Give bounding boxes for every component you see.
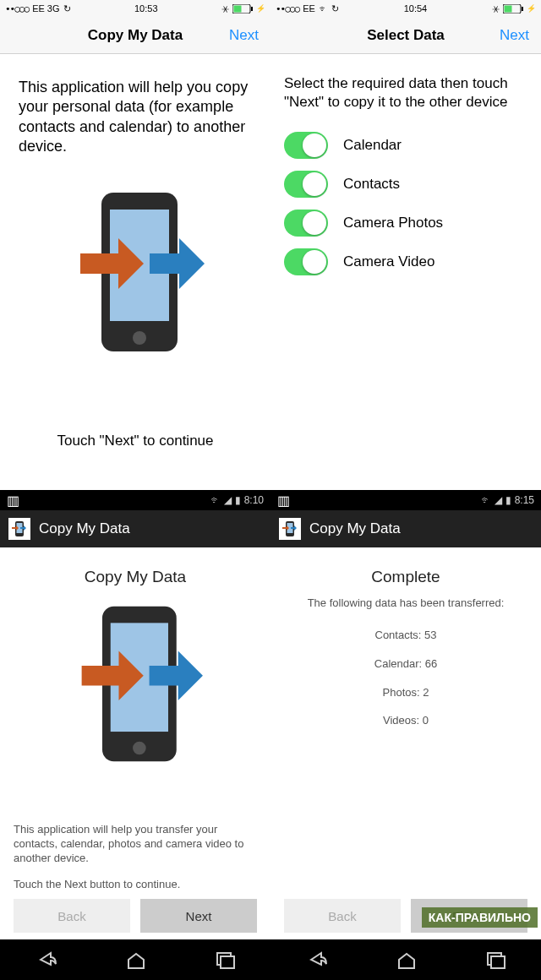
- ios-navbar: Select Data Next: [270, 17, 541, 54]
- wifi-icon: ᯤ: [210, 494, 221, 506]
- home-icon[interactable]: [125, 950, 147, 970]
- intro-text: This application will help you copy your…: [19, 78, 252, 157]
- bluetooth-icon: ⚹: [492, 3, 500, 14]
- next-button[interactable]: Next: [500, 27, 529, 44]
- wifi-icon: ᯤ: [481, 494, 491, 506]
- watermark: КАК-ПРАВИЛЬНО: [422, 907, 538, 928]
- back-icon[interactable]: [304, 950, 328, 970]
- back-button: Back: [284, 899, 401, 933]
- svg-point-5: [133, 331, 146, 345]
- clock-label: 10:54: [404, 3, 428, 14]
- clock-label: 8:15: [515, 494, 534, 506]
- recent-icon[interactable]: [215, 950, 237, 969]
- toggle-label: Calendar: [343, 137, 402, 154]
- back-button: Back: [14, 899, 130, 933]
- android-navbar: [0, 939, 270, 980]
- clock-label: 10:53: [134, 3, 158, 14]
- ios-screen-intro: ••○○○EE 3G↻ 10:53 ⚹⚡ Copy My Data Next T…: [0, 0, 270, 490]
- toggle-row-contacts: Contacts: [284, 171, 527, 198]
- battery-icon: [503, 4, 523, 14]
- signal-icon: ••○○○: [276, 3, 299, 14]
- battery-icon: ▮: [235, 494, 241, 506]
- svg-rect-2: [251, 7, 253, 11]
- page-title: Select Data: [367, 27, 445, 44]
- app-icon: [279, 518, 301, 540]
- app-icon: [8, 518, 30, 540]
- toggle-row-video: Camera Video: [284, 248, 527, 275]
- carrier-label: EE 3G: [32, 3, 59, 14]
- android-navbar: [270, 939, 541, 980]
- ios-navbar: Copy My Data Next: [0, 17, 270, 54]
- toggle-label: Contacts: [343, 176, 400, 193]
- battery-icon: [232, 4, 253, 14]
- menu-icon: ▥: [7, 493, 19, 509]
- charging-icon: ⚡: [256, 4, 265, 13]
- page-title: Copy My Data: [14, 568, 257, 586]
- toggle-label: Camera Video: [343, 253, 434, 270]
- toggle-contacts[interactable]: [284, 171, 328, 198]
- wifi-icon: ᯤ: [319, 3, 328, 14]
- refresh-icon: ↻: [331, 3, 339, 14]
- android-status-bar: ▥ ᯤ◢▮8:15: [270, 490, 541, 510]
- android-status-bar: ▥ ᯤ◢▮8:10: [0, 490, 270, 510]
- stat-videos: Videos: 0: [284, 706, 527, 735]
- svg-rect-15: [221, 956, 234, 968]
- page-title: Copy My Data: [88, 27, 183, 44]
- stat-contacts: Contacts: 53: [284, 621, 527, 650]
- toggle-photos[interactable]: [284, 210, 328, 237]
- next-button[interactable]: Next: [229, 27, 259, 44]
- signal-icon: ◢: [495, 494, 502, 506]
- stat-photos: Photos: 2: [284, 678, 527, 707]
- signal-icon: ••○○○: [5, 3, 29, 14]
- toggle-calendar[interactable]: [284, 132, 328, 159]
- intro-text: This application will help you transfer …: [14, 823, 257, 866]
- toggle-video[interactable]: [284, 248, 328, 275]
- menu-icon: ▥: [277, 493, 290, 509]
- header-title: Copy My Data: [39, 520, 130, 537]
- clock-label: 8:10: [244, 494, 264, 506]
- svg-rect-19: [491, 956, 505, 968]
- battery-icon: ▮: [505, 494, 511, 506]
- android-header: Copy My Data: [0, 510, 270, 547]
- svg-rect-7: [505, 5, 512, 12]
- refresh-icon: ↻: [63, 3, 71, 14]
- header-title: Copy My Data: [309, 520, 401, 537]
- phone-transfer-icon: [19, 188, 252, 357]
- phone-transfer-icon: [14, 602, 257, 766]
- home-icon[interactable]: [396, 950, 418, 970]
- button-bar: Back Next: [0, 899, 270, 939]
- back-icon[interactable]: [34, 950, 57, 970]
- ios-screen-select: ••○○○EEᯤ↻ 10:54 ⚹⚡ Select Data Next Sele…: [270, 0, 541, 490]
- carrier-label: EE: [303, 3, 315, 14]
- ios-status-bar: ••○○○EE 3G↻ 10:53 ⚹⚡: [0, 0, 270, 17]
- android-screen-intro: ▥ ᯤ◢▮8:10 Copy My Data Copy My Data This…: [0, 490, 270, 980]
- toggle-row-calendar: Calendar: [284, 132, 527, 159]
- android-screen-complete: ▥ ᯤ◢▮8:15 Copy My Data Complete The foll…: [270, 490, 541, 980]
- toggle-label: Camera Photos: [343, 215, 443, 231]
- signal-icon: ◢: [224, 494, 232, 506]
- next-button[interactable]: Next: [140, 899, 257, 933]
- select-text: Select the required data then touch "Nex…: [284, 74, 527, 112]
- subtitle: The following data has been transferred:: [284, 596, 527, 609]
- svg-point-13: [133, 742, 146, 755]
- hint-text: Touch the Next button to continue.: [14, 878, 257, 890]
- charging-icon: ⚡: [527, 4, 536, 13]
- stats-list: Contacts: 53 Calendar: 66 Photos: 2 Vide…: [284, 621, 527, 735]
- stat-calendar: Calendar: 66: [284, 650, 527, 678]
- svg-rect-8: [522, 7, 523, 11]
- page-title: Complete: [284, 568, 527, 586]
- toggle-row-photos: Camera Photos: [284, 210, 527, 237]
- footer-hint: Touch "Next" to continue: [19, 433, 252, 449]
- android-header: Copy My Data: [270, 510, 541, 547]
- recent-icon[interactable]: [485, 950, 507, 969]
- ios-status-bar: ••○○○EEᯤ↻ 10:54 ⚹⚡: [270, 0, 541, 17]
- svg-rect-1: [234, 5, 242, 12]
- bluetooth-icon: ⚹: [221, 3, 229, 14]
